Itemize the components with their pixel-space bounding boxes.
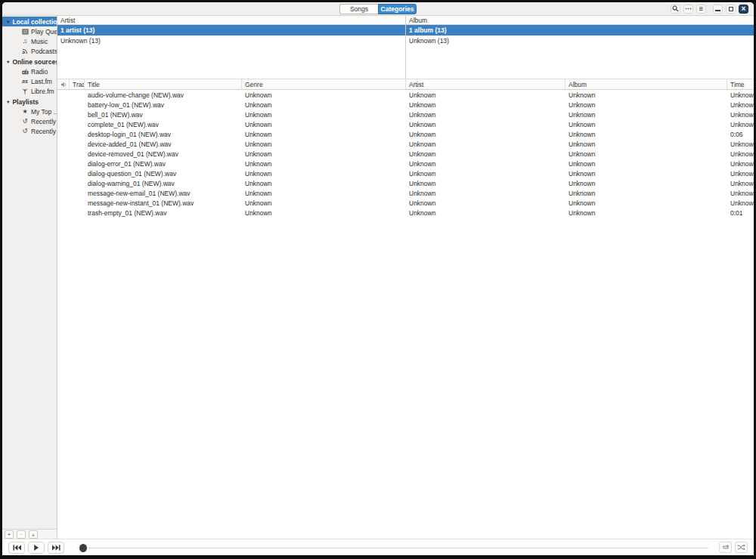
artist-row[interactable]: Unknown (13) bbox=[57, 36, 405, 46]
close-button[interactable]: × bbox=[739, 5, 748, 14]
track-genre: Unknown bbox=[242, 121, 406, 128]
track-column-header[interactable]: Track bbox=[70, 79, 85, 89]
track-title: dialog-question_01 (NEW).wav bbox=[85, 170, 242, 178]
table-row[interactable]: device-removed_01 (NEW).wav Unknown Unkn… bbox=[57, 149, 754, 159]
table-row[interactable]: trash-empty_01 (NEW).wav Unknown Unknown… bbox=[57, 208, 754, 218]
app-menu-button[interactable]: ≡ bbox=[696, 5, 706, 14]
speaker-icon bbox=[60, 82, 67, 88]
shuffle-button[interactable] bbox=[735, 542, 748, 553]
table-row[interactable]: bell_01 (NEW).wav Unknown Unknown Unknow… bbox=[57, 110, 754, 119]
sidebar-item-label: Podcasts bbox=[31, 48, 57, 55]
track-time: 0:01 bbox=[727, 209, 754, 217]
play-queue-icon bbox=[21, 29, 29, 35]
track-time: Unknown bbox=[727, 160, 754, 168]
artist-column-header[interactable]: Artist bbox=[406, 79, 565, 89]
track-title: message-new-instant_01 (NEW).wav bbox=[85, 199, 242, 207]
track-time: Unknown bbox=[727, 190, 754, 197]
expander-icon[interactable]: ▼ bbox=[6, 20, 10, 24]
track-genre: Unknown bbox=[242, 150, 406, 158]
eject-button[interactable]: ▲ bbox=[29, 530, 38, 539]
track-table-header: Track Title Genre Artist Album Time bbox=[57, 79, 754, 90]
time-column-header[interactable]: Time bbox=[727, 79, 754, 89]
table-row[interactable]: message-new-email_01 (NEW).wav Unknown U… bbox=[57, 188, 754, 198]
table-row[interactable]: desktop-login_01 (NEW).wav Unknown Unkno… bbox=[57, 129, 754, 139]
sidebar-section-online-sources[interactable]: ▼ Online sources bbox=[2, 57, 57, 66]
artist-pane: Artist 1 artist (13) Unknown (13) bbox=[57, 16, 406, 79]
remove-source-button[interactable]: − bbox=[17, 530, 26, 539]
search-icon bbox=[672, 5, 679, 12]
track-album: Unknown bbox=[565, 170, 727, 178]
artist-row-selected[interactable]: 1 artist (13) bbox=[57, 25, 405, 36]
seek-handle[interactable] bbox=[79, 544, 87, 552]
track-title: audio-volume-change (NEW).wav bbox=[85, 91, 242, 99]
seek-slider[interactable] bbox=[78, 542, 708, 554]
music-note-icon: ♫ bbox=[21, 38, 29, 45]
minimize-button[interactable] bbox=[713, 5, 723, 14]
playing-column-header[interactable] bbox=[57, 79, 70, 89]
album-row-selected[interactable]: 1 album (13) bbox=[406, 25, 754, 36]
sidebar-item-radio[interactable]: Radio bbox=[2, 66, 57, 76]
track-time: Unknown bbox=[727, 111, 754, 119]
title-column-header[interactable]: Title bbox=[85, 79, 242, 89]
previous-track-button[interactable] bbox=[8, 542, 25, 554]
table-row[interactable]: dialog-question_01 (NEW).wav Unknown Unk… bbox=[57, 168, 754, 178]
album-column-header[interactable]: Album bbox=[406, 16, 754, 25]
sidebar-item-music[interactable]: ♫ Music bbox=[2, 36, 57, 46]
track-title: battery-low_01 (NEW).wav bbox=[85, 101, 242, 109]
menu-icon: ≡ bbox=[699, 5, 704, 13]
search-button[interactable] bbox=[671, 5, 680, 14]
app-window: Songs Categories ⋯ ≡ × bbox=[2, 2, 754, 555]
track-genre: Unknown bbox=[242, 131, 406, 138]
table-row[interactable]: complete_01 (NEW).wav Unknown Unknown Un… bbox=[57, 119, 754, 129]
track-time: Unknown bbox=[727, 170, 754, 178]
table-row[interactable]: message-new-instant_01 (NEW).wav Unknown… bbox=[57, 198, 754, 208]
sidebar-section-playlists[interactable]: ▼ Playlists bbox=[2, 97, 57, 107]
maximize-icon bbox=[729, 7, 733, 11]
track-time: Unknown bbox=[727, 180, 754, 187]
sidebar-item-my-top-rated[interactable]: ★ My Top … bbox=[2, 107, 57, 116]
track-time: Unknown bbox=[727, 101, 754, 109]
play-icon bbox=[33, 545, 39, 551]
artist-column-header[interactable]: Artist bbox=[57, 16, 405, 25]
sidebar-item-recently-played[interactable]: ↺ Recently… bbox=[2, 126, 57, 136]
track-title: complete_01 (NEW).wav bbox=[85, 121, 242, 128]
genre-column-header[interactable]: Genre bbox=[242, 79, 406, 89]
track-time: Unknown bbox=[727, 199, 754, 207]
next-track-button[interactable] bbox=[48, 542, 64, 554]
album-column-header[interactable]: Album bbox=[565, 79, 727, 89]
sidebar-item-podcasts[interactable]: Podcasts bbox=[2, 46, 57, 56]
sidebar-item-recently-added[interactable]: ↺ Recently… bbox=[2, 116, 57, 126]
seek-track[interactable] bbox=[78, 548, 708, 548]
sidebar-item-lastfm[interactable]: as Last.fm bbox=[2, 76, 57, 86]
play-button[interactable] bbox=[28, 542, 45, 554]
track-artist: Unknown bbox=[406, 199, 565, 207]
star-icon: ★ bbox=[21, 109, 29, 115]
tab-songs[interactable]: Songs bbox=[339, 4, 378, 14]
track-album: Unknown bbox=[565, 121, 727, 128]
sidebar-item-librefm[interactable]: Libre.fm bbox=[2, 86, 57, 96]
track-genre: Unknown bbox=[242, 170, 406, 178]
track-artist: Unknown bbox=[406, 180, 565, 187]
table-row[interactable]: battery-low_01 (NEW).wav Unknown Unknown… bbox=[57, 100, 754, 110]
sidebar-item-play-queue[interactable]: Play Que… bbox=[2, 26, 57, 36]
window-controls: ⋯ ≡ × bbox=[671, 5, 754, 14]
maximize-button[interactable] bbox=[726, 5, 736, 14]
repeat-button[interactable] bbox=[719, 542, 732, 553]
track-album: Unknown bbox=[565, 141, 727, 148]
album-row[interactable]: Unknown (13) bbox=[406, 36, 754, 46]
table-row[interactable]: dialog-error_01 (NEW).wav Unknown Unknow… bbox=[57, 159, 754, 168]
table-row[interactable]: audio-volume-change (NEW).wav Unknown Un… bbox=[57, 90, 754, 100]
podcast-icon bbox=[21, 48, 29, 54]
track-album: Unknown bbox=[565, 101, 727, 109]
track-album: Unknown bbox=[565, 160, 727, 168]
track-time: Unknown bbox=[727, 150, 754, 158]
expander-icon[interactable]: ▼ bbox=[6, 60, 10, 64]
tab-categories[interactable]: Categories bbox=[378, 4, 417, 14]
sidebar-section-local-collection[interactable]: ▼ Local collection bbox=[2, 17, 57, 26]
more-options-button[interactable]: ⋯ bbox=[683, 5, 693, 14]
table-row[interactable]: dialog-warning_01 (NEW).wav Unknown Unkn… bbox=[57, 178, 754, 188]
expander-icon[interactable]: ▼ bbox=[6, 100, 10, 104]
track-genre: Unknown bbox=[242, 180, 406, 187]
table-row[interactable]: device-added_01 (NEW).wav Unknown Unknow… bbox=[57, 139, 754, 149]
add-source-button[interactable]: + bbox=[5, 530, 14, 539]
